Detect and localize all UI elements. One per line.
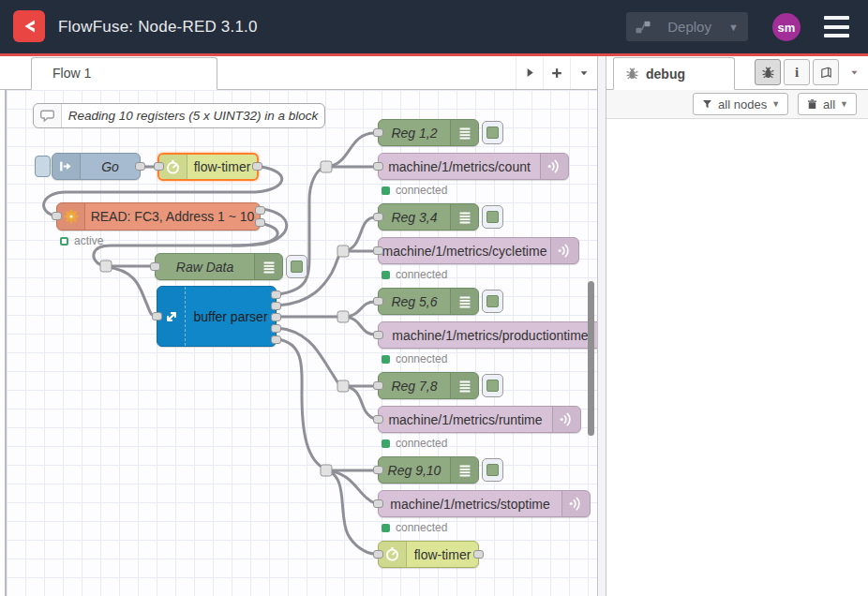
debug-toggle-button[interactable] <box>482 205 503 229</box>
bug-icon <box>625 67 639 81</box>
node-modbus-read[interactable]: READ: FC3, Address 1 ~ 10 <box>56 202 261 231</box>
output-port[interactable] <box>252 162 262 171</box>
debug-toggle-button[interactable] <box>482 458 503 482</box>
flow-menu-button[interactable] <box>570 57 597 89</box>
node-debug-reg-7-8[interactable]: Reg 7,8 <box>378 372 479 399</box>
deploy-chevron-icon[interactable]: ▼ <box>728 22 739 33</box>
node-label: buffer parser <box>186 287 276 346</box>
input-port[interactable] <box>373 213 383 221</box>
list-icon <box>450 289 478 314</box>
input-port[interactable] <box>373 297 383 305</box>
input-port[interactable] <box>152 312 162 320</box>
flowfuse-logo-icon <box>13 10 45 42</box>
input-port[interactable] <box>373 466 383 474</box>
app-title: FlowFuse: Node-RED 3.1.0 <box>58 0 258 53</box>
bubble-icon <box>34 104 62 127</box>
output-port-4[interactable] <box>271 324 281 333</box>
input-port[interactable] <box>373 550 383 559</box>
node-label: READ: FC3, Address 1 ~ 10 <box>85 203 260 230</box>
input-port[interactable] <box>373 128 383 137</box>
node-flow-timer-2[interactable]: flow-timer <box>378 541 479 568</box>
debug-toggle-button[interactable] <box>482 121 503 144</box>
node-status-mqtt-cycletime: connected <box>382 268 447 281</box>
status-text: connected <box>396 521 447 534</box>
add-flow-button[interactable] <box>543 57 570 89</box>
chevron-down-icon <box>849 67 860 78</box>
node-mqtt-productiontime[interactable]: machine/1/metrics/productiontime <box>378 321 597 349</box>
tab-debug[interactable]: debug <box>613 57 735 90</box>
node-mqtt-cycletime[interactable]: machine/1/metrics/cycletime <box>378 237 579 264</box>
status-text: connected <box>396 352 447 365</box>
user-avatar[interactable]: sm <box>772 13 801 41</box>
node-mqtt-count[interactable]: machine/1/metrics/count <box>378 153 569 180</box>
output-port[interactable] <box>473 550 484 559</box>
node-status-mqtt-stoptime: connected <box>382 521 447 534</box>
node-label: Go <box>81 154 140 179</box>
node-debug-raw-data[interactable]: Raw Data <box>155 253 283 280</box>
sidebar-menu-button[interactable] <box>842 59 866 85</box>
node-debug-reg-9-10[interactable]: Reg 9,10 <box>378 456 479 484</box>
play-icon <box>524 67 536 79</box>
input-port[interactable] <box>154 162 164 171</box>
node-status-modbus-read: active <box>60 234 103 247</box>
node-mqtt-stoptime[interactable]: machine/1/metrics/stoptime <box>378 490 591 517</box>
clear-messages-button[interactable]: all ▼ <box>798 93 857 115</box>
wifi-icon <box>561 491 590 516</box>
input-port[interactable] <box>373 499 383 508</box>
output-port-1[interactable] <box>271 291 281 299</box>
inject-trigger-button[interactable] <box>35 156 51 177</box>
chevron-down-icon: ▼ <box>840 99 848 109</box>
node-debug-reg-5-6[interactable]: Reg 5,6 <box>378 288 479 315</box>
input-port[interactable] <box>373 162 383 171</box>
node-label: Raw Data <box>156 254 254 279</box>
node-mqtt-runtime[interactable]: machine/1/metrics/runtime <box>378 406 581 433</box>
trash-icon <box>806 98 818 111</box>
flow-list-button[interactable] <box>516 57 543 89</box>
input-port[interactable] <box>150 262 160 271</box>
output-port-2[interactable] <box>255 218 265 227</box>
node-label: flow-timer <box>407 542 478 567</box>
node-label: machine/1/metrics/runtime <box>379 407 552 432</box>
list-icon <box>450 120 478 145</box>
list-icon <box>450 373 478 398</box>
output-port-5[interactable] <box>271 335 281 344</box>
input-port[interactable] <box>373 331 383 339</box>
tab-flow-1[interactable]: Flow 1 <box>31 57 217 90</box>
input-port[interactable] <box>373 415 383 424</box>
output-port-2[interactable] <box>271 302 281 310</box>
node-status-mqtt-productiontime: connected <box>382 352 447 365</box>
deploy-button[interactable]: Deploy ▼ <box>626 12 748 41</box>
input-port[interactable] <box>373 246 383 255</box>
output-port[interactable] <box>135 162 145 171</box>
sidebar-info-button[interactable]: i <box>784 59 810 85</box>
debug-toggle-button[interactable] <box>482 374 503 397</box>
node-debug-reg-3-4[interactable]: Reg 3,4 <box>378 203 479 231</box>
node-label: Reg 5,6 <box>379 289 450 314</box>
sidebar-help-button[interactable] <box>813 59 839 85</box>
filter-nodes-button[interactable]: all nodes ▼ <box>693 93 788 115</box>
node-comment[interactable]: Reading 10 registers (5 x UINT32) in a b… <box>33 103 325 128</box>
debug-toggle-button[interactable] <box>482 290 503 313</box>
status-dot <box>382 524 390 532</box>
output-port-1[interactable] <box>255 206 265 215</box>
node-flow-timer-1[interactable]: flow-timer <box>157 153 259 181</box>
input-port[interactable] <box>373 381 383 390</box>
node-label: flow-timer <box>187 155 257 179</box>
input-port[interactable] <box>52 212 62 220</box>
debug-messages-panel[interactable] <box>606 119 868 596</box>
status-dot <box>382 440 390 448</box>
debug-toggle-button[interactable] <box>286 255 307 278</box>
output-port-3[interactable] <box>271 313 281 321</box>
canvas-vertical-scrollbar[interactable] <box>588 281 594 436</box>
node-label: machine/1/metrics/stoptime <box>379 491 561 516</box>
sidebar-splitter[interactable] <box>597 56 606 596</box>
filter-nodes-label: all nodes <box>718 97 767 112</box>
main-menu-icon[interactable] <box>824 16 849 37</box>
sidebar-debug-button[interactable] <box>755 59 781 85</box>
status-dot <box>382 271 390 279</box>
node-buffer-parser[interactable]: buffer parser <box>157 286 277 347</box>
list-icon <box>450 457 478 483</box>
node-inject-go[interactable]: Go <box>52 153 141 180</box>
flow-canvas[interactable]: Reading 10 registers (5 x UINT32) in a b… <box>0 90 597 596</box>
node-debug-reg-1-2[interactable]: Reg 1,2 <box>378 119 479 146</box>
